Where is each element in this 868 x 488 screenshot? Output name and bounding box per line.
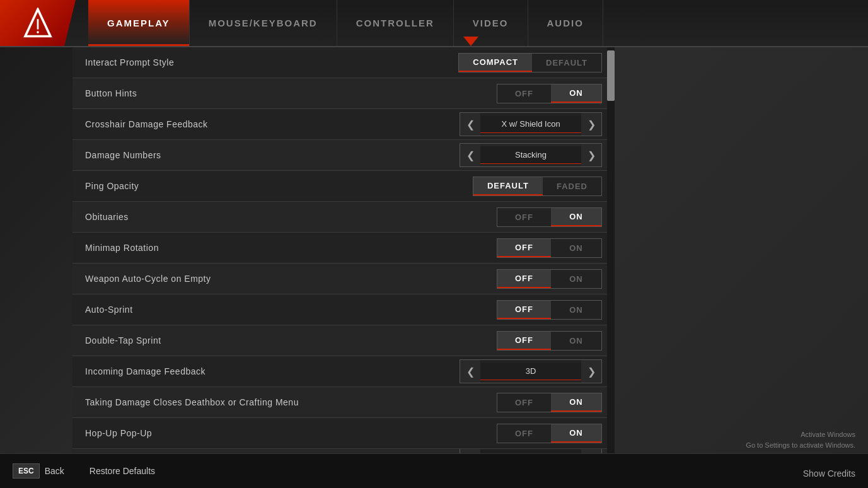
crosshair-control: ❮ X w/ Shield Icon ❯ xyxy=(460,112,602,136)
taking-damage-control: Off On xyxy=(497,393,602,412)
weapon-autocycle-on[interactable]: On xyxy=(551,270,601,288)
double-tap-on[interactable]: On xyxy=(551,332,601,350)
button-hints-off[interactable]: Off xyxy=(497,84,551,103)
hopup-on[interactable]: On xyxy=(551,424,601,443)
auto-sprint-toggle: Off On xyxy=(497,300,602,320)
obituaries-on[interactable]: On xyxy=(551,208,601,226)
scrollbar-thumb[interactable] xyxy=(607,50,615,101)
incoming-damage-control: ❮ 3D ❯ xyxy=(460,359,602,383)
setting-row-auto-sprint: Auto-Sprint Off On xyxy=(72,294,615,325)
setting-label-damage-numbers: Damage Numbers xyxy=(85,150,161,160)
hopup-control: Off On xyxy=(497,424,602,443)
setting-label-button-hints: Button Hints xyxy=(85,88,137,98)
setting-label-weapon-autocycle: Weapon Auto-Cycle on Empty xyxy=(85,274,211,284)
auto-sprint-on[interactable]: On xyxy=(551,301,601,319)
activate-windows-notice: Activate Windows Go to Settings to activ… xyxy=(746,429,855,450)
main-content: Interact Prompt Style Compact Default Bu… xyxy=(72,47,868,453)
button-hints-on[interactable]: On xyxy=(551,84,601,103)
minimap-on[interactable]: On xyxy=(551,239,601,257)
setting-row-weapon-autocycle: Weapon Auto-Cycle on Empty Off On xyxy=(72,264,615,294)
bottom-bar: ESC Back Restore Defaults xyxy=(0,453,868,488)
damage-numbers-value: Stacking xyxy=(480,146,581,164)
setting-label-double-tap: Double-Tap Sprint xyxy=(85,335,161,346)
setting-row-taking-damage: Taking Damage Closes Deathbox or Craftin… xyxy=(72,387,615,418)
damage-numbers-next[interactable]: ❯ xyxy=(581,144,601,166)
double-tap-toggle: Off On xyxy=(497,331,602,351)
tab-controller[interactable]: CONTROLLER xyxy=(337,0,454,46)
minimap-control: Off On xyxy=(497,238,602,258)
streamer-prev[interactable]: ❮ xyxy=(460,449,480,453)
esc-key: ESC xyxy=(13,463,40,479)
nav-arrow-indicator xyxy=(463,37,478,46)
button-hints-toggle: Off On xyxy=(497,84,602,103)
setting-label-incoming-damage: Incoming Damage Feedback xyxy=(85,366,205,376)
svg-point-2 xyxy=(37,31,39,33)
button-hints-control: Off On xyxy=(497,84,602,103)
ping-opacity-faded[interactable]: Faded xyxy=(543,177,601,195)
setting-label-auto-sprint: Auto-Sprint xyxy=(85,305,133,315)
minimap-toggle: Off On xyxy=(497,238,602,258)
double-tap-control: Off On xyxy=(497,331,602,351)
ping-opacity-toggle: Default Faded xyxy=(473,177,602,196)
crosshair-value: X w/ Shield Icon xyxy=(480,115,581,133)
incoming-damage-next[interactable]: ❯ xyxy=(581,360,601,383)
setting-row-minimap: Minimap Rotation Off On xyxy=(72,233,615,264)
compact-default-toggle: Compact Default xyxy=(458,53,602,73)
right-panel xyxy=(615,47,868,453)
streamer-selector: ❮ Off ❯ xyxy=(460,449,602,453)
setting-label-minimap: Minimap Rotation xyxy=(85,243,159,253)
setting-label-hopup: Hop-Up Pop-Up xyxy=(85,428,152,438)
weapon-autocycle-toggle: Off On xyxy=(497,269,602,289)
show-credits-button[interactable]: Show Credits xyxy=(803,468,855,479)
setting-label-crosshair: Crosshair Damage Feedback xyxy=(85,119,208,129)
streamer-control: ❮ Off ❯ xyxy=(460,449,602,453)
scrollbar[interactable] xyxy=(607,47,615,453)
streamer-next[interactable]: ❯ xyxy=(581,449,601,453)
setting-label-obituaries: Obituaries xyxy=(85,212,129,222)
back-label: Back xyxy=(45,466,64,476)
taking-damage-on[interactable]: On xyxy=(551,393,601,412)
ping-opacity-default[interactable]: Default xyxy=(473,177,543,195)
incoming-damage-prev[interactable]: ❮ xyxy=(460,360,480,383)
hopup-toggle: Off On xyxy=(497,424,602,443)
damage-numbers-prev[interactable]: ❮ xyxy=(460,144,480,166)
crosshair-prev[interactable]: ❮ xyxy=(460,113,480,136)
obituaries-control: Off On xyxy=(497,207,602,227)
setting-row-incoming-damage: Incoming Damage Feedback ❮ 3D ❯ xyxy=(72,356,615,387)
setting-label-ping-opacity: Ping Opacity xyxy=(85,181,139,191)
setting-row-obituaries: Obituaries Off On xyxy=(72,202,615,233)
setting-row-double-tap: Double-Tap Sprint Off On xyxy=(72,325,615,356)
taking-damage-toggle: Off On xyxy=(497,393,602,412)
minimap-off[interactable]: Off xyxy=(497,239,551,257)
settings-panel: Interact Prompt Style Compact Default Bu… xyxy=(72,47,615,453)
taking-damage-off[interactable]: Off xyxy=(497,393,551,412)
setting-row-hopup: Hop-Up Pop-Up Off On xyxy=(72,418,615,449)
default-button[interactable]: Default xyxy=(532,54,601,72)
setting-row-button-hints: Button Hints Off On xyxy=(72,78,615,109)
settings-list: Interact Prompt Style Compact Default Bu… xyxy=(72,47,615,453)
weapon-autocycle-control: Off On xyxy=(497,269,602,289)
damage-numbers-selector: ❮ Stacking ❯ xyxy=(460,143,602,167)
tab-gameplay[interactable]: GAMEPLAY xyxy=(88,0,190,46)
auto-sprint-control: Off On xyxy=(497,300,602,320)
tab-mouse-keyboard[interactable]: MOUSE/KEYBOARD xyxy=(190,0,337,46)
setting-label-interact-prompt: Interact Prompt Style xyxy=(85,57,174,67)
setting-row-damage-numbers: Damage Numbers ❮ Stacking ❯ xyxy=(72,140,615,171)
apex-logo xyxy=(22,8,54,39)
double-tap-off[interactable]: Off xyxy=(497,332,551,350)
crosshair-selector: ❮ X w/ Shield Icon ❯ xyxy=(460,112,602,136)
compact-button[interactable]: Compact xyxy=(459,54,532,72)
setting-row-crosshair: Crosshair Damage Feedback ❮ X w/ Shield … xyxy=(72,109,615,140)
obituaries-toggle: Off On xyxy=(497,207,602,227)
hopup-off[interactable]: Off xyxy=(497,424,551,443)
auto-sprint-off[interactable]: Off xyxy=(497,301,551,319)
setting-row-streamer: Streamer Mode ❮ Off ❯ xyxy=(72,449,615,453)
incoming-damage-selector: ❮ 3D ❯ xyxy=(460,359,602,383)
restore-defaults-button[interactable]: Restore Defaults xyxy=(90,466,155,476)
crosshair-next[interactable]: ❯ xyxy=(581,113,601,136)
tab-audio[interactable]: AUDIO xyxy=(528,0,603,46)
incoming-damage-value: 3D xyxy=(480,363,581,380)
interact-prompt-control: Compact Default xyxy=(458,53,602,73)
weapon-autocycle-off[interactable]: Off xyxy=(497,270,551,288)
obituaries-off[interactable]: Off xyxy=(497,208,551,226)
